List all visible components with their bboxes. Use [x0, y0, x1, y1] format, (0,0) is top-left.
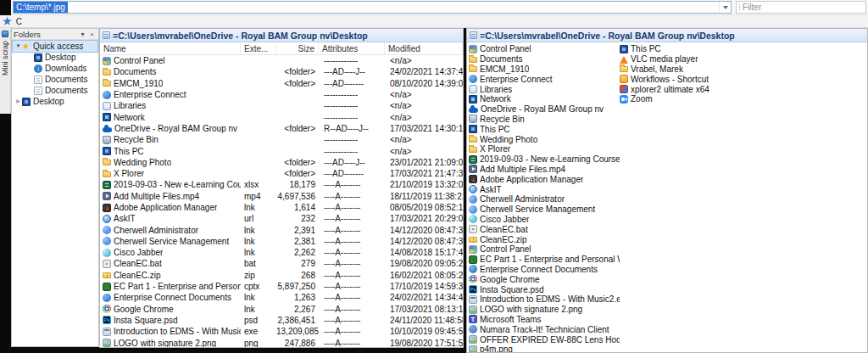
- file-name: OneDrive - Royal BAM Group nv: [481, 104, 604, 114]
- right-pane-path-header[interactable]: =C:\Users\mvrabel\OneDrive - Royal BAM G…: [467, 29, 867, 42]
- list-item[interactable]: Zoom: [620, 94, 865, 104]
- table-row[interactable]: Wedding Photo <folder> ---AD----J-- 23/0…: [100, 157, 463, 168]
- table-row[interactable]: Cisco Jabber lnk 2,262 ----A------- 14/0…: [100, 247, 463, 258]
- list-item[interactable]: CleanEC.bat: [469, 224, 620, 234]
- list-item[interactable]: Network: [469, 94, 620, 104]
- column-header-attributes[interactable]: Attributes: [319, 42, 385, 54]
- list-item[interactable]: Google Chrome: [469, 274, 620, 284]
- file-name: xplorer2 ultimate x64: [631, 85, 709, 94]
- list-item[interactable]: Enterprise Connect Documents: [469, 265, 620, 275]
- table-row[interactable]: Insta Square.psd psd 2,386,451 ----A----…: [100, 315, 463, 326]
- list-item[interactable]: Wedding Photo: [469, 134, 620, 144]
- table-row[interactable]: This PC ------------ <n/a>: [100, 145, 463, 156]
- list-item[interactable]: EMCM_1910: [469, 64, 620, 75]
- table-row[interactable]: Enterprise Connect Documents lnk 1,263 -…: [100, 292, 463, 303]
- filter-divider: [739, 3, 740, 11]
- tree-item[interactable]: Documents: [13, 85, 97, 96]
- table-row[interactable]: Add Multiple Files.mp4 mp4 4,697,536 ---…: [100, 191, 463, 202]
- file-modified-cell: 08/05/2019 08:52:15: [385, 203, 463, 212]
- list-item[interactable]: Introduction to EDMS - With Music2.exe: [469, 294, 620, 305]
- column-header-extension[interactable]: Exte...: [241, 42, 276, 54]
- column-header-modified[interactable]: Modified: [385, 42, 463, 54]
- table-row[interactable]: Enterprise Connect ------------ <n/a>: [100, 89, 463, 100]
- file-attributes-cell: ----A-------: [319, 192, 385, 201]
- list-item[interactable]: OFFER EXPIRED EW-88C Lens Hood For C...: [469, 334, 620, 345]
- table-row[interactable]: 2019-09-03 - New e-Learning Courses ... …: [100, 179, 463, 190]
- list-item[interactable]: LOGO with signature 2.png: [469, 305, 620, 315]
- tree-item[interactable]: Downloads: [13, 63, 97, 74]
- list-item[interactable]: p4m.png: [469, 345, 620, 352]
- file-name: This PC: [114, 147, 144, 156]
- table-row[interactable]: CleanEC.bat bat 279 ----A------- 19/08/2…: [100, 258, 463, 269]
- file-name: Introduction to EDMS - With Music2.exe: [114, 327, 241, 336]
- file-attributes-cell: ----A-------: [319, 293, 385, 302]
- table-row[interactable]: Documents <folder> ---AD----J-- 24/02/20…: [100, 66, 463, 77]
- list-item[interactable]: Enterprise Connect: [469, 74, 620, 84]
- list-item[interactable]: Numara Track-It! Technician Client: [469, 324, 620, 334]
- pin-button[interactable]: ▾: [78, 30, 87, 39]
- table-row[interactable]: EC Part 1 - Enterprise and Personal Wor.…: [100, 281, 463, 292]
- list-item[interactable]: X Plorer: [469, 144, 620, 154]
- list-item[interactable]: Vrabel, Marek: [620, 64, 865, 75]
- table-row[interactable]: Google Chrome lnk 2,267 ----A------- 17/…: [100, 304, 463, 315]
- table-row[interactable]: Libraries ------------ <n/a>: [100, 100, 463, 111]
- tree-item-label: Documents: [45, 86, 88, 95]
- address-text[interactable]: C:\temp\*.jpg: [14, 2, 68, 13]
- table-row[interactable]: X Plorer <folder> ---AD------- 17/03/202…: [100, 168, 463, 179]
- tree-item[interactable]: Desktop: [13, 52, 97, 63]
- list-item[interactable]: VLC media player: [620, 54, 865, 64]
- list-item[interactable]: 2019-09-03 - New e-Learning Courses - W.…: [469, 154, 620, 165]
- list-item[interactable]: OneDrive - Royal BAM Group nv: [469, 104, 620, 115]
- table-row[interactable]: EMCM_1910 <folder> ---AD------- 08/10/20…: [100, 78, 463, 89]
- list-item[interactable]: This PC: [469, 124, 620, 134]
- file-icon: [469, 245, 477, 254]
- list-item[interactable]: xplorer2 ultimate x64: [620, 84, 865, 94]
- list-item[interactable]: Recycle Bin: [469, 115, 620, 125]
- list-item[interactable]: AskIT: [469, 184, 620, 194]
- tree-item[interactable]: Quick access: [13, 41, 97, 52]
- list-item[interactable]: Cherwell Service Management: [469, 205, 620, 215]
- column-header-size[interactable]: Size: [276, 42, 319, 54]
- table-row[interactable]: Control Panel ------------ <n/a>: [100, 55, 463, 66]
- table-row[interactable]: CleanEC.zip zip 268 ----A------- 16/02/2…: [100, 270, 463, 281]
- table-row[interactable]: Network ------------ <n/a>: [100, 111, 463, 122]
- drive-c-button[interactable]: C: [16, 17, 22, 26]
- list-item[interactable]: Libraries: [469, 84, 620, 94]
- list-item[interactable]: CleanEC.zip: [469, 234, 620, 244]
- favorite-star-icon[interactable]: ★: [3, 17, 12, 25]
- close-button[interactable]: ×: [87, 30, 97, 39]
- list-item[interactable]: Workflows - Shortcut: [620, 74, 865, 84]
- file-name: Enterprise Connect Documents: [114, 293, 231, 302]
- list-item[interactable]: This PC: [620, 44, 865, 54]
- table-row[interactable]: AskIT url 232 ----A------- 17/03/2021 20…: [100, 213, 463, 224]
- tree-item[interactable]: Documents: [13, 74, 97, 85]
- file-name-cell: Enterprise Connect: [100, 90, 241, 99]
- address-dropdown-button[interactable]: [719, 2, 731, 13]
- list-item[interactable]: Insta Square.psd: [469, 284, 620, 294]
- tree-expander-icon[interactable]: [14, 96, 22, 107]
- list-item[interactable]: Control Panel: [469, 44, 620, 54]
- list-item[interactable]: Cherwell Administrator: [469, 194, 620, 205]
- list-item[interactable]: Adobe Application Manager: [469, 174, 620, 184]
- table-row[interactable]: OneDrive - Royal BAM Group nv <folder> R…: [100, 123, 463, 134]
- filter-input[interactable]: [743, 3, 865, 12]
- table-row[interactable]: Cherwell Administrator lnk 2,391 ----A--…: [100, 224, 463, 235]
- list-item[interactable]: Cisco Jabber: [469, 215, 620, 225]
- table-row[interactable]: Adobe Application Manager lnk 1,614 ----…: [100, 202, 463, 213]
- table-row[interactable]: Cherwell Service Management lnk 2,381 --…: [100, 236, 463, 247]
- left-pane-path-header[interactable]: =C:\Users\mvrabel\OneDrive - Royal BAM G…: [100, 29, 463, 42]
- file-icon: [103, 171, 111, 177]
- table-row[interactable]: LOGO with signature 2.png png 247,886 --…: [100, 337, 463, 347]
- mini-scrap-tab[interactable]: Mini scrap: [0, 28, 11, 114]
- list-item[interactable]: EC Part 1 - Enterprise and Personal Work…: [469, 255, 620, 265]
- list-item[interactable]: Microsoft Teams: [469, 315, 620, 325]
- table-row[interactable]: Introduction to EDMS - With Music2.exe e…: [100, 326, 463, 337]
- list-item[interactable]: Control Panel: [469, 244, 620, 255]
- tree-expander-icon[interactable]: [14, 41, 22, 52]
- table-row[interactable]: Recycle Bin ------------ <n/a>: [100, 134, 463, 145]
- tree-item[interactable]: Desktop: [13, 96, 97, 107]
- column-header-name[interactable]: Name: [100, 42, 241, 54]
- list-item[interactable]: Add Multiple Files.mp4: [469, 165, 620, 175]
- list-item[interactable]: Documents: [469, 54, 620, 64]
- address-input[interactable]: C:\temp\*.jpg: [13, 1, 732, 14]
